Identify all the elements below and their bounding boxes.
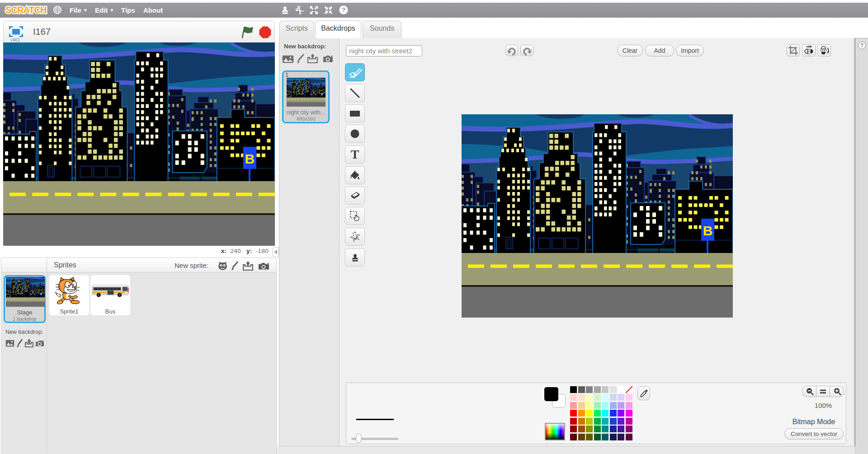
svg-text:SCRATCH: SCRATCH bbox=[5, 5, 47, 15]
svg-text:T: T bbox=[351, 149, 359, 160]
svg-text:?: ? bbox=[342, 6, 346, 14]
